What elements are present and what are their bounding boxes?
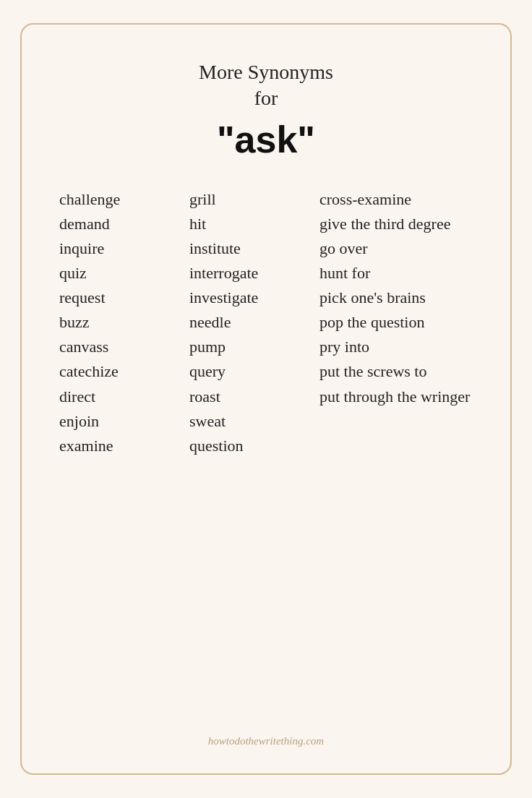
synonyms-grid: challengedemandinquirequizrequestbuzzcan… xyxy=(59,187,473,458)
column-2: grillhitinstituteinterrogateinvestigaten… xyxy=(189,187,319,458)
list-item: institute xyxy=(189,236,319,261)
list-item: demand xyxy=(59,212,189,236)
list-item: give the third degree xyxy=(319,212,507,236)
list-item: sweat xyxy=(189,409,319,434)
subtitle-line2: for xyxy=(254,87,278,109)
subtitle-line1: More Synonyms xyxy=(199,61,333,83)
list-item: canvass xyxy=(59,335,189,359)
card: More Synonyms for "ask" challengedemandi… xyxy=(20,23,512,775)
list-item: request xyxy=(59,286,189,310)
list-item: pop the question xyxy=(319,310,507,335)
main-word: "ask" xyxy=(217,118,315,161)
list-item: direct xyxy=(59,385,189,409)
list-item: challenge xyxy=(59,187,189,212)
list-item: pump xyxy=(189,335,319,359)
list-item: hit xyxy=(189,212,319,236)
list-item: catechize xyxy=(59,359,189,384)
list-item: pry into xyxy=(319,335,507,359)
list-item: hunt for xyxy=(319,261,507,286)
list-item: interrogate xyxy=(189,261,319,286)
list-item: pick one's brains xyxy=(319,286,507,310)
list-item: question xyxy=(189,434,319,458)
list-item: put through the wringer xyxy=(319,385,507,409)
list-item: go over xyxy=(319,236,507,261)
list-item: put the screws to xyxy=(319,359,507,384)
column-3: cross-examinegive the third degreego ove… xyxy=(319,187,507,458)
list-item: enjoin xyxy=(59,409,189,434)
list-item: quiz xyxy=(59,261,189,286)
list-item: query xyxy=(189,359,319,384)
subtitle: More Synonyms for xyxy=(199,59,333,112)
list-item: grill xyxy=(189,187,319,212)
footer-url: howtodothewritething.com xyxy=(208,735,324,747)
list-item: investigate xyxy=(189,286,319,310)
list-item: cross-examine xyxy=(319,187,507,212)
list-item: roast xyxy=(189,385,319,409)
column-1: challengedemandinquirequizrequestbuzzcan… xyxy=(59,187,189,458)
list-item: needle xyxy=(189,310,319,335)
list-item: inquire xyxy=(59,236,189,261)
list-item: examine xyxy=(59,434,189,458)
list-item: buzz xyxy=(59,310,189,335)
